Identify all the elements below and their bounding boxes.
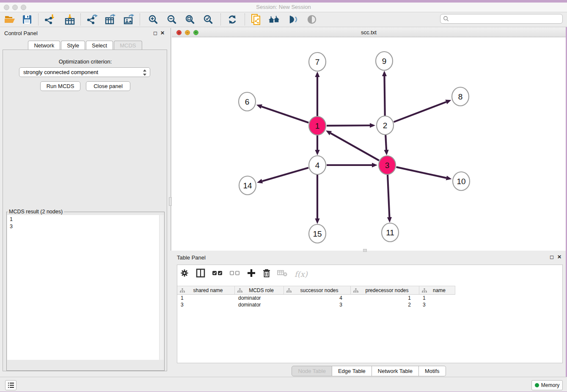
network-zoom-button[interactable]: + [193,30,198,35]
zoom-in-icon[interactable] [147,14,160,25]
cell-successor-nodes[interactable]: 4 [284,295,351,301]
export-image-icon[interactable] [123,14,135,25]
graph-arrowhead [384,150,388,155]
cell-shared-name[interactable]: 1 [177,295,235,301]
graph-edge-3-10[interactable] [396,167,446,178]
tab-network-table[interactable]: Network Table [372,366,419,376]
search-input[interactable] [449,16,562,22]
vertical-splitter-handle[interactable] [169,197,172,206]
control-panel-float-icon[interactable]: ◻ [153,30,157,36]
import-network-icon[interactable] [44,14,56,25]
mcds-result-legend: MCDS result (2 nodes) [8,209,64,215]
cell-MCDS-role[interactable]: dominator [235,301,284,308]
open-session-icon[interactable] [3,14,16,25]
network-graph: 7968124314101511 [172,37,566,251]
main-toolbar [0,12,567,27]
network-close-button[interactable]: x [176,30,182,35]
close-panel-button[interactable]: Close panel [86,81,130,91]
graph-edge-1-6[interactable] [261,107,308,123]
task-history-button[interactable] [5,380,17,390]
graph-edge-2-8[interactable] [394,102,446,122]
column-header-successor-nodes[interactable]: successor nodes [284,286,351,295]
home-icon[interactable] [268,14,281,25]
control-panel-tabs: NetworkStyleSelectMCDS [3,41,168,50]
criterion-select[interactable]: strongly connected component [19,67,150,77]
table-settings-gear-icon[interactable] [180,268,189,279]
tab-network[interactable]: Network [28,41,60,50]
column-header-MCDS-role[interactable]: MCDS role [235,286,284,295]
graph-arrowhead [382,71,387,76]
table-panel-close-icon[interactable]: ✕ [557,254,561,259]
tab-mcds[interactable]: MCDS [114,41,142,50]
window-minimize-button[interactable] [12,5,18,10]
table-row[interactable]: 3dominator323 [177,301,455,308]
result-scrollbar[interactable] [159,215,164,360]
graph-edge-3-11[interactable] [388,174,389,217]
cell-successor-nodes[interactable]: 3 [284,301,351,308]
graph-node-label: 8 [458,92,463,101]
window-close-button[interactable] [4,5,9,10]
control-panel-close-icon[interactable]: ✕ [160,30,165,36]
select-all-checkboxes-icon[interactable] [212,270,223,278]
preview-eye-icon[interactable] [306,14,318,25]
column-header-shared-name[interactable]: shared name [177,286,235,295]
graph-edge-3-1[interactable] [330,133,379,161]
network-view-canvas[interactable]: 7968124314101511 [172,37,566,251]
graph-edge-1-2[interactable] [327,125,370,126]
memory-button[interactable]: Memory [531,380,563,390]
refresh-icon[interactable] [226,14,239,25]
toggle-visibility-icon[interactable] [286,14,299,25]
graph-node-label: 4 [315,161,320,170]
column-header-name[interactable]: name [419,286,455,295]
cell-predecessor-nodes[interactable]: 2 [351,301,419,308]
graph-arrowhead [315,150,319,155]
graph-edge-4-14[interactable] [262,168,308,181]
network-window-titlebar[interactable]: x – + scc.txt [172,28,566,37]
graph-arrowhead [370,123,375,128]
memory-status-dot [535,383,539,387]
cell-name[interactable]: 1 [419,295,455,301]
export-network-icon[interactable] [86,14,99,25]
panel-divider[interactable] [171,28,171,251]
toolbar-separator [38,14,39,25]
delete-column-icon[interactable] [262,268,271,279]
tab-style[interactable]: Style [61,41,85,50]
delete-table-icon[interactable] [277,269,288,279]
table-row[interactable]: 1dominator411 [177,295,455,301]
graph-node-label: 14 [243,181,252,190]
column-header-predecessor-nodes[interactable]: predecessor nodes [351,286,419,295]
column-layout-icon[interactable] [195,268,206,280]
cell-predecessor-nodes[interactable]: 1 [351,295,419,301]
import-table-icon[interactable] [63,14,76,25]
network-minimize-button[interactable]: – [185,30,190,35]
table-panel-title: Table Panel [177,254,206,261]
cell-name[interactable]: 3 [419,301,455,308]
cell-shared-name[interactable]: 3 [177,301,235,308]
graph-edge-2-3[interactable] [385,135,386,150]
save-session-icon[interactable] [21,14,33,25]
mcds-result-box: MCDS result (2 nodes) 1 3 [6,209,165,371]
table-panel-float-icon[interactable]: ◻ [550,254,554,259]
deselect-all-checkboxes-icon[interactable] [229,270,240,278]
graph-edge-2-9[interactable] [384,76,385,116]
mcds-result-text[interactable]: 1 3 [7,215,164,360]
cell-MCDS-role[interactable]: dominator [235,295,284,301]
window-zoom-button[interactable] [21,5,26,10]
tab-motifs[interactable]: Motifs [419,366,446,376]
horizontal-splitter-handle[interactable] [363,249,367,252]
copy-network-icon[interactable] [250,14,262,25]
add-column-icon[interactable] [247,268,256,279]
tab-select[interactable]: Select [86,41,113,50]
export-table-icon[interactable] [104,14,117,25]
tab-node-table[interactable]: Node Table [292,366,332,376]
toolbar-separator [140,14,140,25]
tab-edge-table[interactable]: Edge Table [332,366,372,376]
graph-node-label: 6 [245,97,250,106]
zoom-out-icon[interactable] [165,14,178,25]
graph-node-label: 1 [315,121,320,130]
zoom-selected-icon[interactable] [202,14,215,25]
toolbar-separator [220,14,221,25]
run-mcds-button[interactable]: Run MCDS [40,81,80,91]
zoom-fit-icon[interactable] [184,14,196,25]
network-window-title: scc.txt [172,28,566,37]
